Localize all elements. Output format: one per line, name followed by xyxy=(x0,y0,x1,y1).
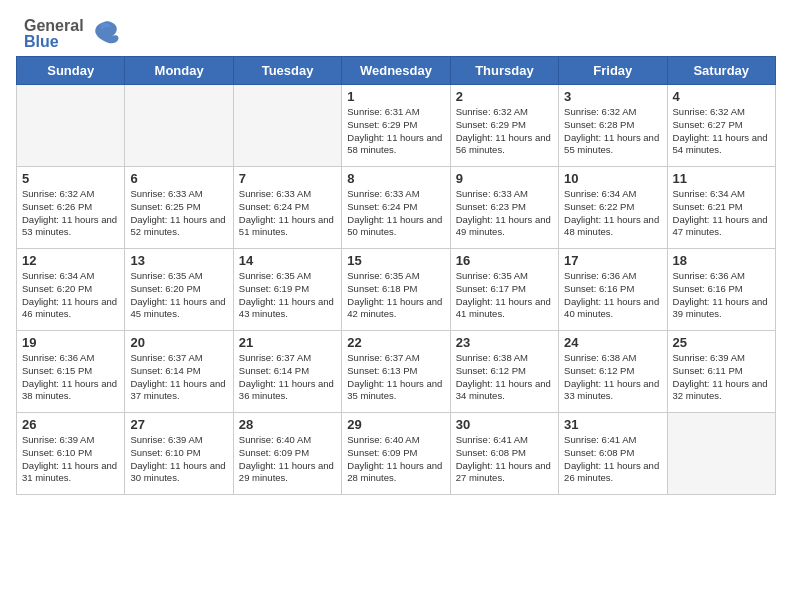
sunrise-label: Sunrise: 6:32 AM xyxy=(456,106,528,117)
cell-info: Sunrise: 6:34 AMSunset: 6:21 PMDaylight:… xyxy=(673,188,770,239)
calendar-cell xyxy=(667,413,775,495)
cell-info: Sunrise: 6:40 AMSunset: 6:09 PMDaylight:… xyxy=(347,434,444,485)
day-header-thursday: Thursday xyxy=(450,57,558,85)
sunrise-label: Sunrise: 6:37 AM xyxy=(130,352,202,363)
sunset-label: Sunset: 6:12 PM xyxy=(564,365,634,376)
date-number: 1 xyxy=(347,89,444,104)
sunrise-label: Sunrise: 6:34 AM xyxy=(564,188,636,199)
date-number: 28 xyxy=(239,417,336,432)
cell-info: Sunrise: 6:33 AMSunset: 6:25 PMDaylight:… xyxy=(130,188,227,239)
daylight-label: Daylight: 11 hours and 49 minutes. xyxy=(456,214,551,238)
sunset-label: Sunset: 6:24 PM xyxy=(347,201,417,212)
sunset-label: Sunset: 6:14 PM xyxy=(239,365,309,376)
cell-info: Sunrise: 6:36 AMSunset: 6:16 PMDaylight:… xyxy=(564,270,661,321)
cell-info: Sunrise: 6:32 AMSunset: 6:28 PMDaylight:… xyxy=(564,106,661,157)
week-row-2: 5Sunrise: 6:32 AMSunset: 6:26 PMDaylight… xyxy=(17,167,776,249)
sunrise-label: Sunrise: 6:38 AM xyxy=(456,352,528,363)
daylight-label: Daylight: 11 hours and 53 minutes. xyxy=(22,214,117,238)
day-header-sunday: Sunday xyxy=(17,57,125,85)
sunrise-label: Sunrise: 6:40 AM xyxy=(347,434,419,445)
cell-info: Sunrise: 6:34 AMSunset: 6:22 PMDaylight:… xyxy=(564,188,661,239)
sunset-label: Sunset: 6:19 PM xyxy=(239,283,309,294)
calendar-cell: 30Sunrise: 6:41 AMSunset: 6:08 PMDayligh… xyxy=(450,413,558,495)
sunrise-label: Sunrise: 6:39 AM xyxy=(673,352,745,363)
day-header-saturday: Saturday xyxy=(667,57,775,85)
daylight-label: Daylight: 11 hours and 48 minutes. xyxy=(564,214,659,238)
sunrise-label: Sunrise: 6:36 AM xyxy=(22,352,94,363)
date-number: 10 xyxy=(564,171,661,186)
sunset-label: Sunset: 6:10 PM xyxy=(22,447,92,458)
calendar-cell: 9Sunrise: 6:33 AMSunset: 6:23 PMDaylight… xyxy=(450,167,558,249)
sunrise-label: Sunrise: 6:36 AM xyxy=(564,270,636,281)
sunrise-label: Sunrise: 6:34 AM xyxy=(673,188,745,199)
sunset-label: Sunset: 6:16 PM xyxy=(673,283,743,294)
date-number: 26 xyxy=(22,417,119,432)
week-row-1: 1Sunrise: 6:31 AMSunset: 6:29 PMDaylight… xyxy=(17,85,776,167)
daylight-label: Daylight: 11 hours and 28 minutes. xyxy=(347,460,442,484)
date-number: 21 xyxy=(239,335,336,350)
sunset-label: Sunset: 6:22 PM xyxy=(564,201,634,212)
day-header-friday: Friday xyxy=(559,57,667,85)
date-number: 4 xyxy=(673,89,770,104)
sunset-label: Sunset: 6:23 PM xyxy=(456,201,526,212)
calendar-cell: 2Sunrise: 6:32 AMSunset: 6:29 PMDaylight… xyxy=(450,85,558,167)
sunset-label: Sunset: 6:18 PM xyxy=(347,283,417,294)
sunset-label: Sunset: 6:08 PM xyxy=(564,447,634,458)
sunrise-label: Sunrise: 6:40 AM xyxy=(239,434,311,445)
sunset-label: Sunset: 6:20 PM xyxy=(130,283,200,294)
daylight-label: Daylight: 11 hours and 55 minutes. xyxy=(564,132,659,156)
logo: General Blue xyxy=(24,18,120,50)
week-row-5: 26Sunrise: 6:39 AMSunset: 6:10 PMDayligh… xyxy=(17,413,776,495)
cell-info: Sunrise: 6:35 AMSunset: 6:18 PMDaylight:… xyxy=(347,270,444,321)
calendar-cell: 29Sunrise: 6:40 AMSunset: 6:09 PMDayligh… xyxy=(342,413,450,495)
calendar-cell: 19Sunrise: 6:36 AMSunset: 6:15 PMDayligh… xyxy=(17,331,125,413)
cell-info: Sunrise: 6:34 AMSunset: 6:20 PMDaylight:… xyxy=(22,270,119,321)
daylight-label: Daylight: 11 hours and 39 minutes. xyxy=(673,296,768,320)
daylight-label: Daylight: 11 hours and 46 minutes. xyxy=(22,296,117,320)
logo-general: General xyxy=(24,18,84,34)
date-number: 30 xyxy=(456,417,553,432)
calendar-cell: 13Sunrise: 6:35 AMSunset: 6:20 PMDayligh… xyxy=(125,249,233,331)
daylight-label: Daylight: 11 hours and 30 minutes. xyxy=(130,460,225,484)
cell-info: Sunrise: 6:36 AMSunset: 6:15 PMDaylight:… xyxy=(22,352,119,403)
cell-info: Sunrise: 6:39 AMSunset: 6:11 PMDaylight:… xyxy=(673,352,770,403)
calendar-cell: 22Sunrise: 6:37 AMSunset: 6:13 PMDayligh… xyxy=(342,331,450,413)
sunset-label: Sunset: 6:26 PM xyxy=(22,201,92,212)
week-row-4: 19Sunrise: 6:36 AMSunset: 6:15 PMDayligh… xyxy=(17,331,776,413)
date-number: 12 xyxy=(22,253,119,268)
calendar-cell xyxy=(17,85,125,167)
calendar-cell: 18Sunrise: 6:36 AMSunset: 6:16 PMDayligh… xyxy=(667,249,775,331)
date-number: 13 xyxy=(130,253,227,268)
cell-info: Sunrise: 6:33 AMSunset: 6:23 PMDaylight:… xyxy=(456,188,553,239)
daylight-label: Daylight: 11 hours and 27 minutes. xyxy=(456,460,551,484)
sunrise-label: Sunrise: 6:34 AM xyxy=(22,270,94,281)
daylight-label: Daylight: 11 hours and 54 minutes. xyxy=(673,132,768,156)
date-number: 20 xyxy=(130,335,227,350)
sunrise-label: Sunrise: 6:37 AM xyxy=(347,352,419,363)
daylight-label: Daylight: 11 hours and 35 minutes. xyxy=(347,378,442,402)
daylight-label: Daylight: 11 hours and 36 minutes. xyxy=(239,378,334,402)
date-number: 23 xyxy=(456,335,553,350)
date-number: 6 xyxy=(130,171,227,186)
cell-info: Sunrise: 6:41 AMSunset: 6:08 PMDaylight:… xyxy=(456,434,553,485)
calendar-cell: 5Sunrise: 6:32 AMSunset: 6:26 PMDaylight… xyxy=(17,167,125,249)
daylight-label: Daylight: 11 hours and 40 minutes. xyxy=(564,296,659,320)
calendar-cell: 8Sunrise: 6:33 AMSunset: 6:24 PMDaylight… xyxy=(342,167,450,249)
calendar-cell: 25Sunrise: 6:39 AMSunset: 6:11 PMDayligh… xyxy=(667,331,775,413)
date-number: 29 xyxy=(347,417,444,432)
date-number: 15 xyxy=(347,253,444,268)
daylight-label: Daylight: 11 hours and 58 minutes. xyxy=(347,132,442,156)
daylight-label: Daylight: 11 hours and 56 minutes. xyxy=(456,132,551,156)
cell-info: Sunrise: 6:41 AMSunset: 6:08 PMDaylight:… xyxy=(564,434,661,485)
cell-info: Sunrise: 6:37 AMSunset: 6:13 PMDaylight:… xyxy=(347,352,444,403)
calendar-cell: 12Sunrise: 6:34 AMSunset: 6:20 PMDayligh… xyxy=(17,249,125,331)
calendar-cell xyxy=(125,85,233,167)
date-number: 17 xyxy=(564,253,661,268)
sunrise-label: Sunrise: 6:31 AM xyxy=(347,106,419,117)
logo-blue: Blue xyxy=(24,34,84,50)
cell-info: Sunrise: 6:35 AMSunset: 6:19 PMDaylight:… xyxy=(239,270,336,321)
day-header-wednesday: Wednesday xyxy=(342,57,450,85)
days-header-row: SundayMondayTuesdayWednesdayThursdayFrid… xyxy=(17,57,776,85)
date-number: 16 xyxy=(456,253,553,268)
page-container: General Blue SundayMondayTuesdayWednesda… xyxy=(0,0,792,507)
